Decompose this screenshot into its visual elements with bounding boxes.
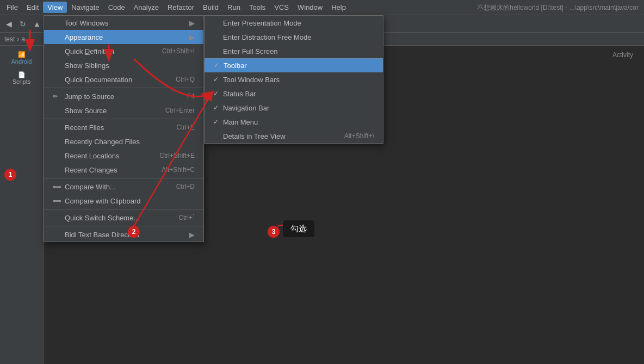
menu-navigate[interactable]: Navigate: [67, 2, 103, 13]
details-tree-label: Details in Tree View: [223, 132, 286, 140]
menu-view[interactable]: View: [43, 2, 67, 13]
menu-sep-3: [44, 178, 203, 178]
jump-to-source-label: Jump to Source: [65, 92, 114, 101]
window-title: 不想赖床的helloworld [D:\test] - ...\app\src\…: [477, 3, 639, 13]
toolbar-btn-2[interactable]: ↻: [16, 17, 29, 30]
recent-locations-label: Recent Locations: [65, 152, 119, 160]
menu-item-compare-with[interactable]: ⟺ Compare With... Ctrl+D: [44, 180, 203, 194]
menu-item-recent-locations[interactable]: Recent Locations Ctrl+Shift+E: [44, 149, 203, 163]
jump-icon: ✏: [53, 93, 64, 100]
menu-sep-4: [44, 209, 203, 209]
sidebar-item-android[interactable]: 📶 Android: [0, 48, 43, 68]
sidebar-scripts-label: Scripts: [2, 78, 41, 85]
menu-item-recent-changes[interactable]: Recent Changes Alt+Shift+C: [44, 163, 203, 177]
menu-edit[interactable]: Edit: [22, 2, 43, 13]
recent-changes-shortcut: Alt+Shift+C: [151, 166, 195, 174]
activity-panel-title: Activity: [612, 51, 633, 59]
toolbar-label: Toolbar: [224, 61, 247, 70]
quick-definition-label: Quick Definition: [65, 47, 114, 55]
breadcrumb-part-2[interactable]: a: [21, 35, 25, 43]
quick-def-shortcut: Ctrl+Shift+I: [151, 47, 195, 55]
menu-sep-1: [44, 88, 203, 88]
view-menu-dropdown: Tool Windows ▶ Appearance ▶ Quick Defini…: [44, 15, 204, 242]
title-bar: 不想赖床的helloworld [D:\test] - ...\app\src\…: [477, 0, 644, 15]
navigation-bar-check: ✓: [213, 104, 222, 112]
menu-item-show-siblings[interactable]: Show Siblings: [44, 58, 203, 72]
compare-with-label: Compare With...: [65, 183, 116, 191]
recent-locations-shortcut: Ctrl+Shift+E: [148, 152, 195, 159]
submenu-item-tool-window-bars[interactable]: ✓ Tool Window Bars: [205, 72, 383, 87]
submenu-item-distraction-free[interactable]: Enter Distraction Free Mode: [205, 30, 383, 44]
tool-window-bars-check: ✓: [213, 76, 222, 83]
breadcrumb-part-1[interactable]: test: [4, 35, 15, 43]
appearance-submenu: Enter Presentation Mode Enter Distractio…: [204, 15, 383, 144]
menu-sep-5: [44, 226, 203, 226]
recent-files-label: Recent Files: [65, 124, 104, 132]
submenu-item-full-screen[interactable]: Enter Full Screen: [205, 44, 383, 58]
toolbar-btn-1[interactable]: ◀: [2, 17, 15, 30]
quick-doc-shortcut: Ctrl+Q: [165, 76, 195, 83]
toolbar-check: ✓: [214, 61, 222, 69]
menu-item-compare-clipboard[interactable]: ⟺ Compare with Clipboard: [44, 194, 203, 208]
menu-refactor[interactable]: Refactor: [163, 2, 199, 13]
jump-shortcut: F4: [176, 92, 195, 100]
bidi-text-label: Bidi Text Base Direction: [65, 231, 139, 239]
menu-item-recently-changed[interactable]: Recently Changed Files: [44, 134, 203, 149]
main-menu-check: ✓: [213, 118, 222, 126]
submenu-item-navigation-bar[interactable]: ✓ Navigation Bar: [205, 101, 383, 115]
show-siblings-label: Show Siblings: [65, 61, 109, 70]
quick-switch-shortcut: Ctrl+`: [168, 214, 195, 221]
show-source-label: Show Source: [65, 107, 107, 115]
menu-item-jump-to-source[interactable]: ✏ Jump to Source F4: [44, 89, 203, 103]
recently-changed-label: Recently Changed Files: [65, 138, 140, 146]
presentation-mode-label: Enter Presentation Mode: [223, 19, 301, 27]
menu-tools[interactable]: Tools: [245, 2, 270, 13]
menu-item-appearance[interactable]: Appearance ▶: [44, 30, 203, 44]
sidebar-android-label: Android: [2, 58, 41, 65]
menu-build[interactable]: Build: [199, 2, 223, 13]
menu-code[interactable]: Code: [104, 2, 129, 13]
menu-item-tool-windows[interactable]: Tool Windows ▶: [44, 16, 203, 30]
full-screen-label: Enter Full Screen: [223, 47, 277, 55]
main-menu-label: Main Menu: [223, 118, 258, 126]
compare-icon: ⟺: [53, 183, 64, 190]
quick-switch-label: Quick Switch Scheme...: [65, 214, 139, 222]
recent-files-shortcut: Ctrl+E: [165, 124, 195, 131]
menu-item-show-source[interactable]: Show Source Ctrl+Enter: [44, 103, 203, 118]
menu-item-quick-switch[interactable]: Quick Switch Scheme... Ctrl+`: [44, 211, 203, 225]
menu-file[interactable]: File: [2, 2, 22, 13]
toolbar-btn-3[interactable]: ▲: [30, 17, 44, 30]
submenu-item-presentation[interactable]: Enter Presentation Mode: [205, 16, 383, 30]
navigation-bar-label: Navigation Bar: [223, 104, 269, 112]
tool-windows-label: Tool Windows: [65, 19, 108, 27]
bidi-arrow-icon: ▶: [189, 231, 195, 239]
menu-window[interactable]: Window: [293, 2, 327, 13]
details-tree-shortcut: Alt+Shift+\: [333, 132, 374, 140]
status-bar-check: ✓: [213, 90, 222, 97]
submenu-item-status-bar[interactable]: ✓ Status Bar: [205, 87, 383, 101]
menu-item-bidi-text[interactable]: Bidi Text Base Direction ▶: [44, 227, 203, 242]
breadcrumb-sep: ›: [17, 35, 19, 43]
menu-item-quick-doc[interactable]: Quick Documentation Ctrl+Q: [44, 72, 203, 87]
menu-run[interactable]: Run: [223, 2, 245, 13]
menu-vcs[interactable]: VCS: [270, 2, 293, 13]
compare-clipboard-label: Compare with Clipboard: [65, 197, 140, 205]
menu-item-quick-definition[interactable]: Quick Definition Ctrl+Shift+I: [44, 44, 203, 58]
menubar: File Edit View Navigate Code Analyze Ref…: [0, 0, 644, 15]
submenu-item-toolbar[interactable]: ✓ Toolbar: [205, 58, 383, 72]
sidebar-item-scripts[interactable]: 📄 Scripts: [0, 68, 43, 88]
show-source-shortcut: Ctrl+Enter: [154, 107, 195, 114]
menu-help[interactable]: Help: [327, 2, 350, 13]
menu-analyze[interactable]: Analyze: [129, 2, 163, 13]
status-bar-label: Status Bar: [223, 90, 256, 98]
recent-changes-label: Recent Changes: [65, 166, 117, 174]
appearance-label: Appearance: [65, 33, 103, 41]
distraction-free-label: Enter Distraction Free Mode: [223, 33, 312, 41]
menu-sep-2: [44, 119, 203, 119]
submenu-item-main-menu[interactable]: ✓ Main Menu: [205, 115, 383, 129]
compare-clipboard-icon: ⟺: [53, 198, 64, 205]
menu-item-recent-files[interactable]: Recent Files Ctrl+E: [44, 120, 203, 134]
compare-with-shortcut: Ctrl+D: [165, 183, 195, 190]
tool-windows-arrow-icon: ▶: [189, 19, 195, 27]
submenu-item-details-tree-view[interactable]: Details in Tree View Alt+Shift+\: [205, 129, 383, 143]
